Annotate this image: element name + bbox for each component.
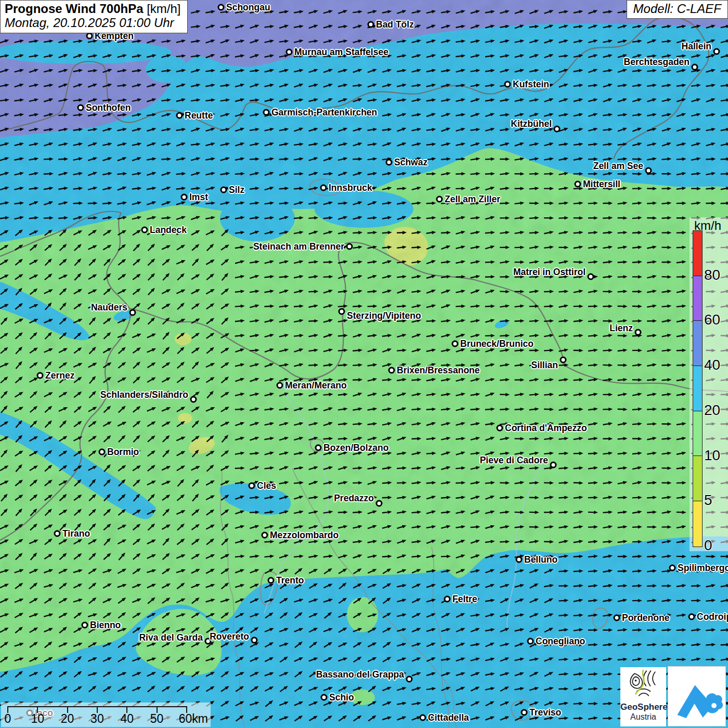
geosphere-wordmark: GeoSphere: [620, 702, 666, 712]
city-marker-dot: [635, 329, 642, 336]
legend-segment: [693, 501, 702, 547]
city-marker-dot: [554, 126, 561, 133]
city-marker-dot: [436, 196, 443, 203]
city-marker-dot: [588, 274, 594, 280]
wind-forecast-map: Schongau Bad Tölz Kempten Murnau am Staf…: [0, 0, 728, 728]
scale-tick-label: 20: [61, 712, 74, 726]
scale-tick-label: 60km: [179, 712, 208, 726]
city-marker-dot: [321, 694, 328, 701]
city-label: Mezzolombardo: [270, 530, 339, 541]
city-marker-dot: [692, 64, 698, 71]
city-label: Schio: [329, 692, 354, 703]
city-marker-dot: [497, 425, 503, 432]
city-marker-dot: [504, 81, 511, 88]
city-label: Kitzbühel: [511, 119, 552, 129]
city-marker-dot: [277, 382, 283, 389]
city-marker-dot: [315, 445, 322, 451]
legend-segment: [693, 366, 702, 411]
wind-speed-legend: km/h 806040201050: [690, 217, 728, 551]
legend-tick-label: 5: [704, 492, 712, 509]
city-marker-dot: [249, 483, 255, 489]
city-label: Bad Tölz: [376, 19, 414, 30]
city-marker-dot: [521, 709, 528, 716]
city-marker-dot: [386, 159, 393, 166]
city-marker-dot: [268, 577, 275, 584]
city-label: Sonthofen: [86, 102, 131, 113]
city-label: Riva del Garda: [139, 632, 203, 643]
city-marker-dot: [320, 185, 327, 191]
city-label: Hallein: [682, 41, 711, 52]
city-marker-dot: [614, 615, 620, 621]
distance-scale-bar: 0102030405060km: [1, 703, 211, 727]
city-label: Feltre: [452, 594, 477, 605]
city-marker-dot: [220, 187, 227, 193]
city-label: Bormio: [107, 447, 139, 458]
city-marker-dot: [713, 48, 720, 55]
legend-tick-label: 20: [704, 402, 720, 419]
mountain-cloud-logo-icon: [671, 670, 723, 722]
partner-logo-box: [668, 666, 726, 726]
city-label: Zell am Ziller: [445, 194, 500, 205]
geosphere-country: Austria: [620, 712, 666, 722]
legend-segment: [693, 276, 702, 321]
city-label: Bruneck/Brunico: [460, 339, 534, 349]
geosphere-austria-logo: GeoSphere Austria: [620, 667, 666, 726]
city-marker-dot: [190, 396, 197, 403]
city-label: Tirano: [62, 528, 90, 539]
legend-tick-label: 40: [704, 357, 720, 373]
city-label: Spilimbergo: [678, 563, 728, 574]
city-marker-dot: [368, 21, 374, 28]
scale-tick-label: 0: [5, 712, 11, 726]
legend-segment: [693, 411, 702, 457]
city-label: Cles: [257, 480, 276, 491]
legend-tick-label: 0: [704, 537, 712, 554]
city-label: Schlanders/Silandro: [100, 389, 188, 400]
scale-tick-label: 10: [31, 712, 45, 726]
city-label: Trento: [276, 575, 304, 586]
city-marker-dot: [527, 638, 534, 645]
city-marker-dot: [141, 227, 148, 233]
city-label: Rovereto: [210, 631, 249, 642]
city-label: Silz: [229, 185, 244, 196]
city-label: Bozen/Bolzano: [323, 443, 388, 453]
city-label: Cortina d'Ampezzo: [505, 423, 587, 434]
city-label: Berchtesgaden: [624, 57, 690, 68]
city-marker-dot: [129, 309, 136, 316]
city-label: Schongau: [226, 2, 270, 13]
title-parameter: Prognose Wind 700hPa: [5, 2, 144, 16]
city-marker-dot: [444, 596, 451, 603]
city-label: Sterzing/Vipiteno: [347, 310, 421, 321]
city-label: Schwaz: [394, 157, 427, 168]
city-label: Garmisch-Partenkirchen: [271, 107, 377, 118]
city-marker-dot: [339, 308, 345, 315]
map-title-box: Prognose Wind 700hPa [km/h] Montag, 20.1…: [0, 0, 188, 33]
map-title: Prognose Wind 700hPa [km/h]: [5, 2, 181, 16]
city-marker-dot: [420, 714, 426, 721]
city-marker-dot: [346, 243, 353, 250]
geosphere-contour-icon: [627, 669, 660, 699]
legend-segment: [693, 231, 702, 276]
city-label: Cittadella: [428, 712, 469, 723]
city-label: Brixen/Bressanone: [397, 365, 480, 376]
city-label: Pordenone: [622, 613, 669, 623]
city-marker-dot: [181, 194, 188, 201]
city-label: Mittersill: [583, 179, 620, 190]
city-label: Lienz: [609, 323, 633, 334]
city-marker-dot: [99, 449, 106, 456]
legend-segment: [693, 321, 702, 366]
city-label: Nauders: [91, 302, 127, 313]
city-marker-dot: [251, 637, 258, 644]
city-marker-dot: [77, 105, 84, 111]
city-label: Zernez: [45, 370, 74, 381]
city-label: Innsbruck: [329, 183, 372, 193]
legend-tick-label: 10: [704, 447, 720, 464]
scale-tick-label: 50: [150, 712, 164, 726]
city-label: Kufstein: [513, 79, 549, 90]
city-marker-dot: [575, 181, 581, 188]
legend-segment: [693, 456, 702, 501]
city-marker-dot: [688, 614, 695, 620]
city-marker-dot: [263, 109, 270, 116]
city-marker-dot: [388, 367, 395, 374]
city-marker-dot: [82, 622, 88, 629]
city-marker-dot: [560, 357, 567, 363]
